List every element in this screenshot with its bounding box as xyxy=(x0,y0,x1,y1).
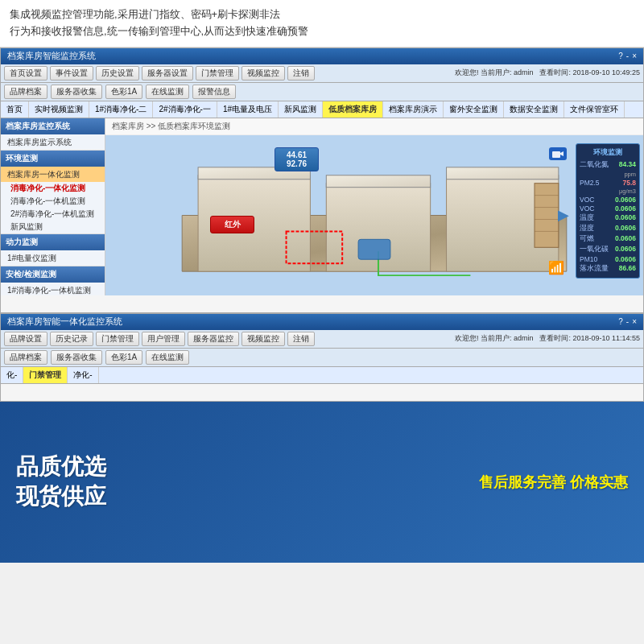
banner-line1: 集成视频监控管理功能,采用进门指纹、密码+刷卡探测非法 xyxy=(10,6,634,23)
env-row-pm25-unit: μg/m3 xyxy=(580,188,636,195)
tab-archive-demo[interactable]: 档案库房演示 xyxy=(383,101,444,118)
env-row-combustible: 可燃 0.0606 xyxy=(580,234,636,244)
window-controls1: ? - × xyxy=(618,52,637,60)
promo-left: 品质优选 现货供应 xyxy=(16,452,106,511)
btn-server-collect1[interactable]: 服务器收集 xyxy=(51,85,102,99)
tab-home[interactable]: 首页 xyxy=(1,101,29,118)
toolbar2: 品牌设置 历史记录 门禁管理 用户管理 服务器监控 视频监控 注销 欢迎您! 当… xyxy=(1,330,643,349)
btn-alarm-info1[interactable]: 报警信息 xyxy=(192,85,236,99)
tab2-door-mgmt[interactable]: 门禁管理 xyxy=(23,367,68,383)
env-val-co2: 84.34 xyxy=(619,160,636,170)
sidebar-item-integrated[interactable]: 档案库房一体化监测 xyxy=(1,167,105,182)
env-row-water: 落水流量 86.66 xyxy=(580,264,636,274)
env-val-humidity: 0.0606 xyxy=(615,224,636,233)
close-btn[interactable]: × xyxy=(632,52,637,60)
sidebar-section-security: 安检/检测监测 1#消毒净化-一体机监测 xyxy=(1,266,105,295)
btn-event-settings[interactable]: 事件设置 xyxy=(50,66,93,80)
btn-brand-archive1[interactable]: 品牌档案 xyxy=(4,85,47,99)
env-row-co: 一氧化碳 0.0606 xyxy=(580,245,636,254)
env-name-humidity: 湿度 xyxy=(580,224,594,233)
titlebar2: 档案库房智能一体化监控系统 ? - × xyxy=(1,314,643,330)
btn-color1[interactable]: 色彩1A xyxy=(105,85,142,99)
minimize-btn2[interactable]: - xyxy=(626,317,629,326)
tab-data-security[interactable]: 数据安全监测 xyxy=(504,101,564,118)
btn-history-settings[interactable]: 历史设置 xyxy=(96,66,139,80)
btn-logout2[interactable]: 注销 xyxy=(287,332,315,346)
tab-outdoor[interactable]: 窗外安全监测 xyxy=(444,101,504,118)
minimize-btn[interactable]: - xyxy=(626,52,629,60)
env-row-co2: 二氧化氮 84.34 xyxy=(580,160,636,170)
tab-disinfect1[interactable]: 1#消毒净化-二 xyxy=(89,101,153,118)
env-val-pm25: 75.8 xyxy=(622,179,636,187)
tab-power[interactable]: 1#电量及电压 xyxy=(217,101,279,118)
sensor-temp-humidity: 44.61 92.76 xyxy=(275,147,319,171)
env-panel-title: 环境监测 xyxy=(580,147,636,158)
btn-brand-settings2[interactable]: 品牌设置 xyxy=(4,332,47,346)
sidebar-section-power: 动力监测 1#电量仪监测 xyxy=(1,234,105,266)
btn-online-monitor1[interactable]: 在线监测 xyxy=(146,85,189,99)
btn-online-monitor2[interactable]: 在线监测 xyxy=(146,350,189,365)
env-row-co2-unit: ppm xyxy=(580,171,636,178)
btn-history2[interactable]: 历史记录 xyxy=(50,332,93,346)
btn-user-mgmt2[interactable]: 用户管理 xyxy=(142,332,185,346)
tab-disinfect2[interactable]: 2#消毒净化-一 xyxy=(153,101,217,118)
env-val-water: 86.66 xyxy=(619,264,636,274)
nav-tabs2: 化- 门禁管理 净化- xyxy=(1,367,643,384)
tab-realtime-video[interactable]: 实时视频监测 xyxy=(29,101,89,118)
help-btn2[interactable]: ? xyxy=(618,317,623,326)
sidebar-tree-integrated2[interactable]: 消毒净化-一体化监测 xyxy=(1,182,105,195)
tab-file-room[interactable]: 文件保管室环 xyxy=(564,101,625,118)
btn-home-settings[interactable]: 首页设置 xyxy=(4,66,47,80)
env-panel: 环境监测 二氧化氮 84.34 ppm PM2.5 75.8 μg/m3 xyxy=(576,143,640,279)
sidebar-tree-disinfect1[interactable]: 消毒净化-一体机监测 xyxy=(1,195,105,208)
btn-door-management[interactable]: 门禁管理 xyxy=(196,66,239,80)
btn-logout1[interactable]: 注销 xyxy=(287,66,315,80)
help-btn[interactable]: ? xyxy=(618,52,623,60)
tab2-partial1[interactable]: 化- xyxy=(1,367,23,383)
sidebar-tree-disinfect2[interactable]: 2#消毒净化-一体机监测 xyxy=(1,208,105,221)
sidebar-item-power[interactable]: 1#电量仪监测 xyxy=(1,250,105,266)
btn-server-settings[interactable]: 服务器设置 xyxy=(142,66,193,80)
env-ppm-co2: ppm xyxy=(624,171,636,178)
promo-line1: 品质优选 xyxy=(16,452,106,481)
svg-rect-4 xyxy=(326,175,430,187)
env-val-voc2: 0.0606 xyxy=(615,204,636,213)
btn-video-monitoring[interactable]: 视频监控 xyxy=(242,66,285,80)
promo-banner: 品质优选 现货供应 售后服务完善 价格实惠 xyxy=(0,402,644,563)
window2: 档案库房智能一体化监控系统 ? - × 品牌设置 历史记录 门禁管理 用户管理 … xyxy=(0,313,644,402)
user-label2: 欢迎您! 当前用户: admin xyxy=(455,333,534,344)
btn-brand-archive2[interactable]: 品牌档案 xyxy=(4,350,47,365)
close-btn2[interactable]: × xyxy=(632,317,637,326)
datetime1: 查看时间: 2018-09-10 10:49:25 xyxy=(539,68,640,78)
btn-color2[interactable]: 色彩1A xyxy=(105,350,142,365)
sensor-val-humidity: 92.76 xyxy=(279,159,314,168)
btn-video2[interactable]: 视频监控 xyxy=(242,332,285,346)
btn-server-collect2[interactable]: 服务器收集 xyxy=(51,350,102,365)
sidebar-item-display[interactable]: 档案库房监示系统 xyxy=(1,134,105,150)
toolbar1: 首页设置 事件设置 历史设置 服务器设置 门禁管理 视频监控 注销 欢迎您! 当… xyxy=(1,64,643,83)
user-info2: 欢迎您! 当前用户: admin 查看时间: 2018-09-10 11:14:… xyxy=(455,333,640,344)
breadcrumb1: 档案库房 >> 低质档案库环境监测 xyxy=(105,118,643,135)
sidebar-title-archive: 档案库房监控系统 xyxy=(1,118,105,134)
tab-ventilation[interactable]: 新风监测 xyxy=(279,101,323,118)
user-label1: 欢迎您! 当前用户: admin xyxy=(455,68,534,78)
env-name-co2: 二氧化氮 xyxy=(580,160,609,170)
btn-server-monitor2[interactable]: 服务器监控 xyxy=(188,332,239,346)
sidebar-title-power: 动力监测 xyxy=(1,234,105,250)
promo-line2: 现货供应 xyxy=(16,482,106,511)
sidebar-item-security[interactable]: 1#消毒净化-一体机监测 xyxy=(1,283,105,295)
tab2-partial2[interactable]: 净化- xyxy=(68,367,98,383)
nav-tabs1: 首页 实时视频监测 1#消毒净化-二 2#消毒净化-一 1#电量及电压 新风监测… xyxy=(1,101,643,118)
floor-plan-area: 44.61 92.76 红外 📶 ▶ xyxy=(105,135,643,295)
nav-arrow-right[interactable]: ▶ xyxy=(558,206,569,224)
sidebar-tree-ventilation[interactable]: 新风监测 xyxy=(1,221,105,233)
env-row-temp: 温度 0.0606 xyxy=(580,213,636,223)
env-val-voc1: 0.0606 xyxy=(615,196,636,204)
btn-door-mgmt2[interactable]: 门禁管理 xyxy=(96,332,139,346)
sensor-infrared: 红外 xyxy=(210,216,254,233)
tab-lowquality[interactable]: 低质档案库房 xyxy=(323,101,383,118)
env-val-pm10: 0.0606 xyxy=(615,255,636,263)
sidebar-section-archive: 档案库房监控系统 档案库房监示系统 xyxy=(1,118,105,151)
env-row-voc2: VOC 0.0606 xyxy=(580,204,636,213)
svg-rect-14 xyxy=(552,151,560,158)
